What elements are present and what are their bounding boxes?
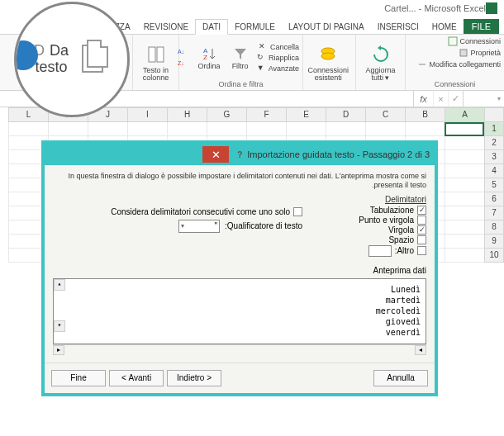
tab-insert[interactable]: INSERISCI — [371, 20, 426, 34]
dialog-title: Importazione guidata testo - Passaggio 2… — [247, 149, 430, 159]
scroll-down[interactable]: ▾ — [54, 320, 65, 332]
cell[interactable] — [445, 122, 484, 136]
cell[interactable] — [207, 122, 246, 136]
cell[interactable] — [8, 122, 48, 136]
ribbon-testo-colonne[interactable]: Testo in colonne — [136, 41, 175, 83]
cell[interactable] — [445, 178, 484, 192]
group-label-conn: Connessioni — [409, 78, 501, 88]
ribbon-connessioni-esistenti[interactable]: Connessioni esistenti — [304, 41, 352, 83]
fx-accept[interactable]: ✓ — [448, 91, 463, 107]
refresh-icon — [369, 43, 392, 66]
next-button[interactable]: Avanti > — [109, 370, 164, 386]
scroll-up[interactable]: ▴ — [54, 279, 65, 291]
help-button[interactable]: ? — [232, 147, 247, 162]
col-header[interactable]: G — [207, 107, 246, 122]
row-header[interactable]: 5 — [484, 178, 504, 192]
name-box[interactable]: ▾ — [463, 91, 504, 107]
lbl-consec: Considera delimitatori consecutivi come … — [111, 207, 290, 216]
col-header[interactable]: E — [286, 107, 326, 122]
row-header[interactable]: 8 — [484, 220, 504, 235]
ribbon-filtro[interactable]: Filtro — [229, 44, 252, 72]
scroll-right[interactable]: ▸ — [53, 345, 64, 355]
col-header[interactable]: C — [365, 107, 405, 122]
qualifier-select[interactable]: " — [178, 220, 220, 233]
ribbon-riapplica[interactable]: ↻Riapplica — [257, 53, 299, 63]
cell[interactable] — [286, 122, 326, 136]
ribbon-ordina[interactable]: AZ Ordina — [195, 44, 224, 72]
cell[interactable] — [445, 164, 484, 178]
ribbon-avanzate[interactable]: ▼Avanzate — [257, 64, 299, 73]
chk-comma[interactable] — [417, 225, 426, 235]
cell[interactable] — [88, 122, 127, 136]
cell[interactable] — [445, 235, 484, 249]
tab-data[interactable]: DATI — [195, 19, 228, 35]
col-header[interactable]: A — [445, 107, 484, 122]
dialog-titlebar[interactable]: Importazione guidata testo - Passaggio 2… — [45, 144, 435, 165]
back-button[interactable]: < Indietro — [167, 370, 221, 386]
text-columns-icon — [145, 43, 168, 66]
qual-label: Qualificatore di testo: — [225, 221, 302, 230]
scroll-left[interactable]: ◂ — [415, 345, 426, 355]
col-header[interactable]: I — [127, 107, 167, 122]
tab-formulas[interactable]: FORMULE — [228, 20, 282, 34]
h-scrollbar[interactable]: ◂ ▸ — [53, 344, 426, 356]
chk-consec[interactable] — [293, 207, 302, 216]
col-header[interactable]: L — [8, 107, 48, 122]
svg-rect-1 — [460, 50, 467, 56]
cell[interactable] — [445, 249, 484, 263]
cancel-button[interactable]: Annulla — [373, 370, 428, 386]
cell[interactable] — [405, 122, 445, 136]
group-label-sort: Ordina e filtra — [183, 78, 299, 88]
row-header[interactable]: 3 — [484, 150, 504, 164]
row-header[interactable]: 4 — [484, 164, 504, 178]
svg-text:Z↓: Z↓ — [178, 60, 184, 66]
chk-space[interactable] — [417, 235, 426, 244]
cell[interactable] — [445, 206, 484, 220]
col-header[interactable]: H — [167, 107, 207, 122]
tab-layout[interactable]: LAYOUT DI PAGINA — [282, 20, 371, 34]
row-header[interactable]: 7 — [484, 206, 504, 220]
preview-line: Lunedì — [59, 284, 421, 295]
fx-button[interactable]: fx — [413, 91, 433, 107]
cell[interactable] — [326, 122, 365, 136]
cell[interactable] — [48, 122, 88, 136]
ribbon-aggiorna-tutti[interactable]: Aggiorna tutti ▾ — [359, 41, 402, 83]
preview-line: venerdì — [59, 327, 421, 338]
ribbon-connessioni[interactable]: Connessioni — [448, 36, 501, 46]
select-all-corner[interactable] — [484, 107, 504, 122]
fx-cancel[interactable]: × — [433, 91, 448, 107]
cell[interactable] — [445, 150, 484, 164]
ribbon-sort-az[interactable]: A↓Z↓ — [177, 45, 190, 70]
excel-icon — [486, 2, 497, 14]
cell[interactable] — [246, 122, 286, 136]
tab-home[interactable]: HOME — [426, 20, 464, 34]
col-header[interactable]: F — [246, 107, 286, 122]
ribbon-cancella[interactable]: ✕Cancella — [259, 42, 299, 52]
row-header[interactable]: 1 — [484, 122, 504, 136]
cell[interactable] — [445, 136, 484, 150]
row-header[interactable]: 9 — [484, 235, 504, 249]
chk-tab[interactable] — [417, 206, 426, 215]
other-input[interactable] — [368, 245, 392, 257]
col-header[interactable]: D — [326, 107, 365, 122]
preview-line: martedì — [59, 295, 421, 306]
delim-label: Delimitatori — [327, 195, 426, 204]
chk-semicolon[interactable] — [417, 216, 426, 225]
cell[interactable] — [127, 122, 167, 136]
col-header[interactable]: B — [405, 107, 445, 122]
cell[interactable] — [365, 122, 405, 136]
ribbon-modifica-collegamenti[interactable]: Modifica collegamenti — [417, 59, 501, 69]
cell[interactable] — [445, 192, 484, 206]
file-tab[interactable]: FILE — [464, 19, 499, 34]
row-header[interactable]: 10 — [484, 249, 504, 263]
row-header[interactable]: 2 — [484, 136, 504, 150]
ribbon-proprieta[interactable]: Proprietà — [459, 48, 501, 58]
tab-review[interactable]: REVISIONE — [137, 20, 195, 34]
connections-icon — [316, 43, 340, 66]
cell[interactable] — [167, 122, 207, 136]
row-header[interactable]: 6 — [484, 192, 504, 206]
close-button[interactable]: ✕ — [202, 146, 229, 163]
finish-button[interactable]: Fine — [51, 370, 106, 386]
chk-other[interactable] — [417, 246, 426, 255]
cell[interactable] — [445, 220, 484, 235]
